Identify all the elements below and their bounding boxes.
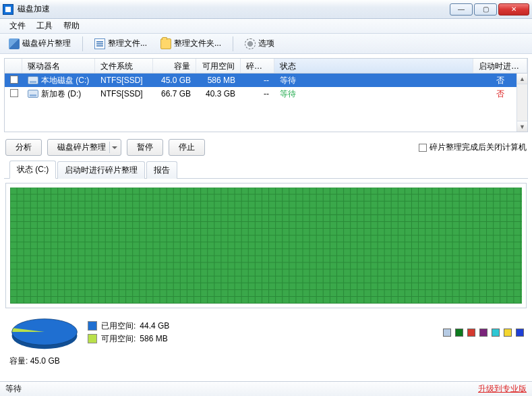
toolbar-options[interactable]: 选项 (240, 35, 279, 52)
drive-frag: -- (241, 74, 274, 86)
drive-icon (28, 90, 38, 98)
window-title: 磁盘加速 (18, 3, 450, 15)
checkbox-icon (419, 144, 427, 152)
row-checkbox[interactable] (10, 76, 18, 84)
used-label: 已用空间: (101, 320, 136, 332)
pie-chart (8, 312, 81, 353)
shutdown-after-checkbox[interactable]: 碎片整理完成后关闭计算机 (419, 142, 527, 153)
toolbar-defrag[interactable]: 磁盘碎片整理 (4, 35, 76, 52)
col-cap[interactable]: 容量 (153, 59, 196, 73)
pause-button[interactable]: 暂停 (127, 139, 163, 156)
tab-status[interactable]: 状态 (C:) (9, 161, 56, 179)
defrag-icon (9, 38, 20, 49)
free-value: 586 MB (140, 334, 167, 343)
toolbar-options-label: 选项 (258, 38, 274, 49)
col-free[interactable]: 可用空间 (196, 59, 241, 73)
svg-rect-0 (10, 188, 522, 304)
col-boot[interactable]: 启动时进行碎... (473, 59, 527, 73)
usage-legend: 已用空间: 44.4 GB 可用空间: 586 MB (88, 319, 169, 346)
titlebar: 磁盘加速 — ▢ ✕ (0, 0, 532, 19)
table-row[interactable]: 新加卷 (D:) NTFS[SSD] 66.7 GB 40.3 GB -- 等待… (5, 87, 527, 101)
used-swatch (88, 321, 97, 331)
action-row: 分析 磁盘碎片整理 暂停 停止 碎片整理完成后关闭计算机 (0, 136, 532, 159)
defrag-button[interactable]: 磁盘碎片整理 (47, 139, 121, 156)
gear-icon (245, 38, 256, 49)
color-swatch (479, 329, 487, 337)
status-text: 等待 (5, 383, 22, 395)
row-checkbox[interactable] (10, 89, 18, 97)
tabbar: 状态 (C:) 启动时进行碎片整理 报告 (4, 160, 528, 179)
drive-fs: NTFS[SSD] (95, 88, 153, 100)
col-checkbox[interactable] (5, 59, 22, 73)
drive-cap: 45.0 GB (153, 74, 196, 86)
drive-table: 驱动器名 文件系统 容量 可用空间 碎片率 状态 启动时进行碎... 本地磁盘 … (4, 58, 528, 132)
analyze-button[interactable]: 分析 (5, 139, 42, 156)
drive-status: 等待 (274, 74, 473, 88)
menu-help[interactable]: 帮助 (58, 19, 85, 33)
menubar: 文件 工具 帮助 (0, 19, 532, 34)
maximize-button[interactable]: ▢ (474, 3, 497, 16)
upgrade-link[interactable]: 升级到专业版 (478, 383, 527, 395)
tab-boot-defrag[interactable]: 启动时进行碎片整理 (57, 161, 145, 179)
toolbar-arrange-folder-label: 整理文件夹... (174, 38, 221, 49)
drive-cap: 66.7 GB (153, 88, 196, 100)
toolbar-defrag-label: 磁盘碎片整理 (22, 38, 71, 49)
menu-file[interactable]: 文件 (4, 19, 31, 33)
free-label: 可用空间: (101, 333, 136, 345)
drive-fs: NTFS[SSD] (95, 74, 153, 86)
col-status[interactable]: 状态 (274, 59, 473, 73)
capacity-value: 45.0 GB (30, 356, 60, 366)
toolbar-separator (82, 36, 83, 51)
table-header: 驱动器名 文件系统 容量 可用空间 碎片率 状态 启动时进行碎... (5, 59, 527, 74)
col-fs[interactable]: 文件系统 (95, 59, 153, 73)
toolbar-arrange-folder[interactable]: 整理文件夹... (156, 35, 226, 52)
tab-report[interactable]: 报告 (146, 161, 177, 179)
menu-tools[interactable]: 工具 (31, 19, 58, 33)
file-icon (94, 38, 105, 49)
toolbar-arrange-files[interactable]: 整理文件... (90, 35, 152, 52)
drive-frag: -- (241, 88, 274, 100)
capacity-label: 容量: (9, 356, 28, 366)
col-frag[interactable]: 碎片率 (241, 59, 274, 73)
block-map (10, 188, 522, 304)
toolbar-arrange-files-label: 整理文件... (108, 38, 147, 49)
col-drive[interactable]: 驱动器名 (22, 59, 95, 73)
free-swatch (88, 334, 97, 343)
shutdown-after-label: 碎片整理完成后关闭计算机 (430, 142, 527, 153)
toolbar: 磁盘碎片整理 整理文件... 整理文件夹... 选项 (0, 34, 532, 54)
color-swatch (504, 329, 512, 337)
capacity-line: 容量: 45.0 GB (0, 356, 532, 371)
block-map-panel (5, 183, 527, 308)
folder-icon (160, 38, 171, 49)
scroll-down-icon[interactable]: ▼ (517, 121, 527, 132)
close-button[interactable]: ✕ (498, 3, 529, 16)
stop-button[interactable]: 停止 (169, 139, 205, 156)
color-legend (443, 329, 524, 337)
table-scrollbar[interactable]: ▲ ▼ (516, 74, 527, 132)
toolbar-separator (233, 36, 233, 51)
drive-free: 40.3 GB (196, 88, 241, 100)
color-swatch (467, 329, 475, 337)
color-swatch (516, 329, 524, 337)
usage-row: 已用空间: 44.4 GB 可用空间: 586 MB (0, 312, 532, 356)
statusbar: 等待 升级到专业版 (0, 381, 532, 396)
drive-name: 本地磁盘 (C:) (41, 76, 89, 85)
app-icon (3, 4, 13, 15)
drive-icon (28, 76, 38, 84)
color-swatch (492, 329, 500, 337)
table-row[interactable]: 本地磁盘 (C:) NTFS[SSD] 45.0 GB 586 MB -- 等待… (5, 74, 527, 87)
color-swatch (443, 329, 451, 337)
drive-name: 新加卷 (D:) (41, 89, 81, 98)
scroll-up-icon[interactable]: ▲ (517, 74, 527, 84)
used-value: 44.4 GB (140, 321, 169, 331)
color-swatch (455, 329, 463, 337)
drive-status: 等待 (274, 87, 473, 101)
drive-free: 586 MB (196, 74, 241, 86)
minimize-button[interactable]: — (450, 3, 473, 16)
